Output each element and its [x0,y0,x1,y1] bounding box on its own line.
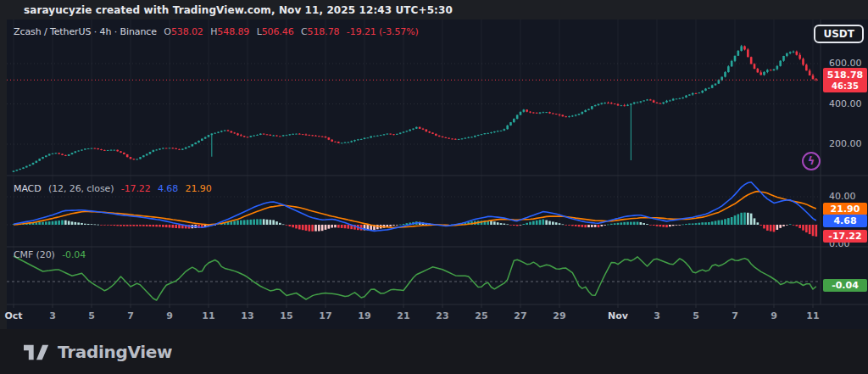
flash-icon[interactable]: ϟ [802,152,821,170]
time-axis-label: 11 [202,310,214,322]
symbol-title[interactable]: Zcash / TetherUS · 4h · Binance [14,26,157,37]
price-axis-label: 200.00 [829,138,862,150]
low-label: L [257,26,262,37]
time-axis-label: 23 [436,310,448,322]
tradingview-logo-icon [24,342,49,362]
time-axis-label: 9 [166,310,173,322]
time-axis-label: 7 [732,310,738,322]
tradingview-snapshot: sarayucyzie created with TradingView.com… [0,0,868,374]
macd-signal-value: 21.90 [186,183,212,194]
time-axis-label: 27 [514,310,526,322]
time-axis-label: 7 [127,310,134,322]
bar-countdown: 46:35 [823,81,867,92]
time-axis-label: 15 [280,310,292,322]
macd-params: (12, 26, close) [48,183,114,194]
time-axis-label: 17 [319,310,331,322]
attribution-bar: sarayucyzie created with TradingView.com… [0,0,868,20]
symbol-legend[interactable]: Zcash / TetherUS · 4h · Binance O538.02 … [14,26,423,37]
time-axis-label: 21 [397,310,409,322]
cmf-value-badge: -0.04 [823,279,867,292]
chart-canvas[interactable]: Zcash / TetherUS · 4h · Binance O538.02 … [7,20,868,329]
time-axis-label: 19 [358,310,370,322]
close-label: C [301,26,308,37]
chart-svg[interactable] [7,20,868,329]
time-axis-label: 9 [771,310,777,322]
open-label: O [164,26,171,37]
macd-line-value: 4.68 [158,183,178,194]
time-axis-label: 3 [654,310,660,322]
last-price-value: 518.78 [823,70,867,81]
macd-signal-badge: 21.90 [823,203,867,215]
change-value: -19.21 (-3.57%) [347,26,419,37]
time-axis-label: 25 [475,310,487,322]
currency-toggle-button[interactable]: USDT [814,25,864,43]
time-axis-label: 3 [49,310,56,322]
cmf-legend[interactable]: CMF (20) -0.04 [14,249,90,260]
macd-hist-value: -17.22 [121,183,151,194]
last-price-badge: 518.78 46:35 [823,68,867,92]
open-value: 538.02 [171,26,203,37]
high-value: 548.89 [217,26,249,37]
time-axis-label: 11 [806,310,819,322]
low-value: 506.46 [262,26,294,37]
attribution-text: sarayucyzie created with TradingView.com… [24,4,453,16]
time-axis-label: 5 [88,310,95,322]
price-axis-label: 400.00 [829,98,862,110]
macd-line-badge: 4.68 [823,215,867,227]
macd-title[interactable]: MACD [14,183,42,194]
time-axis-month-label: Nov [608,310,628,322]
time-axis-label: 5 [693,310,699,322]
cmf-value: -0.04 [62,249,86,260]
tradingview-logo-text: TradingView [58,342,172,362]
price-axis-label: 40.00 [829,191,856,203]
macd-hist-badge: -17.22 [823,230,867,243]
close-value: 518.78 [308,26,340,37]
macd-legend[interactable]: MACD (12, 26, close) -17.22 4.68 21.90 [14,183,216,194]
time-axis-label: 13 [241,310,253,322]
time-axis-month-label: Oct [4,310,22,322]
time-axis-label: 29 [553,310,565,322]
cmf-title[interactable]: CMF (20) [14,249,55,260]
footer-bar: TradingView [0,329,868,374]
